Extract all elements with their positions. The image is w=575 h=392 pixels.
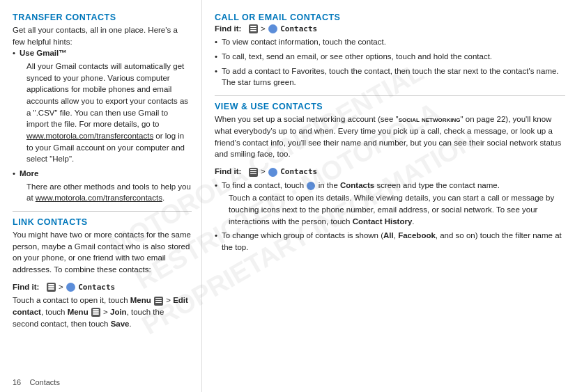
link-instructions: Touch a contact to open it, touch Menu >… [13, 295, 192, 329]
transfer-contacts-section: TRANSFER CONTACTS Get all your contacts,… [13, 13, 192, 204]
view-use-title: VIEW & USE CONTACTS [215, 102, 565, 111]
bullet-gmail: Use Gmail™ All your Gmail contacts will … [13, 47, 192, 165]
contacts-icon-small [66, 283, 75, 292]
call-bullets-list: To view contact information, touch the c… [215, 36, 565, 88]
link-find-it: Find it: > Contacts [13, 283, 192, 292]
call-bullet-1: To view contact information, touch the c… [215, 36, 565, 48]
contacts-icon-view [268, 168, 277, 177]
menu-icon-call [249, 24, 258, 33]
link1[interactable]: www.motorola.com/transfercontacts [26, 132, 153, 140]
menu-icon-inline2 [91, 308, 100, 317]
transfer-contacts-intro: Get all your contacts, all in one place.… [13, 24, 192, 204]
view-bullet-2: To change which group of contacts is sho… [215, 230, 565, 253]
transfer-bullets: Use Gmail™ All your Gmail contacts will … [13, 47, 192, 204]
view-bullet-1-detail: Touch a contact to open its details. Whi… [222, 192, 565, 227]
gmail-detail: All your Gmail contacts will automatical… [20, 61, 192, 165]
call-contacts-label: Contacts [280, 24, 317, 33]
view-bullets: To find a contact, touch in the Contacts… [215, 180, 565, 253]
divider1 [13, 211, 192, 212]
menu-icon-view [249, 168, 258, 177]
divider-right [215, 95, 565, 96]
link-contacts-title: LINK CONTACTS [13, 217, 192, 227]
link-contacts-body: You might have two or more contacts for … [13, 229, 192, 276]
call-find-it: Find it: > Contacts [215, 24, 565, 33]
call-email-title: CALL OR EMAIL CONTACTS [215, 13, 565, 22]
bullet-more: More There are other methods and tools t… [13, 168, 192, 204]
view-bullet-1: To find a contact, touch in the Contacts… [215, 180, 565, 228]
menu-icon-small [47, 283, 56, 292]
view-use-section: VIEW & USE CONTACTS When you set up a so… [215, 102, 565, 253]
call-bullets: To view contact information, touch the c… [215, 36, 565, 88]
call-bullet-2: To call, text, send an email, or see oth… [215, 51, 565, 63]
link-contacts-label: Contacts [78, 283, 115, 292]
menu-icon-inline1 [154, 297, 163, 306]
view-contacts-label: Contacts [280, 167, 317, 176]
view-use-intro: When you set up a social networking acco… [215, 113, 565, 160]
view-bullets-list: To find a contact, touch in the Contacts… [215, 180, 565, 253]
transfer-contacts-title: TRANSFER CONTACTS [13, 13, 192, 22]
social-networking-label: social networking [399, 115, 461, 123]
left-column: TRANSFER CONTACTS Get all your contacts,… [0, 0, 202, 392]
search-icon [307, 182, 315, 190]
contacts-icon-call [268, 24, 277, 33]
page: MOTOROLA CONFIDENTIAL RESTRICTED · MOTOR… [0, 0, 575, 392]
right-column: CALL OR EMAIL CONTACTS Find it: > Contac… [202, 0, 575, 392]
page-number: 16 Contacts [13, 378, 60, 386]
view-find-it: Find it: > Contacts [215, 167, 565, 176]
link-contacts-section: LINK CONTACTS You might have two or more… [13, 217, 192, 329]
more-detail: There are other methods and tools to hel… [20, 181, 192, 204]
call-email-section: CALL OR EMAIL CONTACTS Find it: > Contac… [215, 13, 565, 88]
call-bullet-3: To add a contact to Favorites, touch the… [215, 65, 565, 88]
link2[interactable]: www.motorola.com/transfercontacts [36, 194, 162, 202]
